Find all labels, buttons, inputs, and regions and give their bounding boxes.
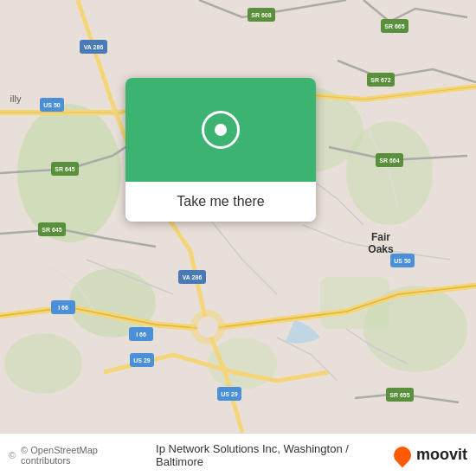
svg-text:SR 672: SR 672 bbox=[370, 77, 390, 83]
svg-point-7 bbox=[208, 338, 277, 389]
svg-text:I 66: I 66 bbox=[136, 331, 146, 338]
svg-text:SR 645: SR 645 bbox=[42, 227, 61, 233]
svg-text:SR 655: SR 655 bbox=[389, 392, 409, 398]
location-pin-icon bbox=[202, 111, 240, 149]
svg-text:I 66: I 66 bbox=[58, 305, 68, 311]
svg-text:SR 665: SR 665 bbox=[384, 23, 404, 29]
osm-attribution: © OpenStreetMap contributors bbox=[21, 445, 147, 466]
svg-point-6 bbox=[4, 333, 82, 394]
bottom-bar: © © OpenStreetMap contributors Ip Networ… bbox=[0, 433, 476, 476]
moovit-pin-icon bbox=[390, 442, 415, 466]
map-container: SR 608 SR 665 VA 286 SR 672 US 50 SR 645… bbox=[0, 0, 476, 433]
svg-text:SR 645: SR 645 bbox=[55, 166, 74, 172]
svg-point-10 bbox=[197, 317, 218, 338]
location-pin-inner bbox=[215, 124, 227, 136]
take-me-there-button[interactable]: Take me there bbox=[125, 182, 316, 222]
copyright-icon: © bbox=[9, 450, 16, 460]
moovit-brand-text: moovit bbox=[416, 446, 467, 464]
bottom-left-info: © © OpenStreetMap contributors Ip Networ… bbox=[9, 442, 394, 468]
svg-text:Oaks: Oaks bbox=[368, 243, 394, 255]
bottom-right-moovit: moovit bbox=[394, 446, 467, 464]
svg-text:illy: illy bbox=[10, 93, 22, 104]
svg-text:SR 664: SR 664 bbox=[379, 158, 399, 164]
svg-text:US 50: US 50 bbox=[43, 102, 61, 108]
svg-text:US 29: US 29 bbox=[133, 357, 151, 363]
svg-text:VA 286: VA 286 bbox=[84, 44, 104, 50]
svg-text:Fair: Fair bbox=[371, 231, 390, 243]
svg-text:US 29: US 29 bbox=[221, 391, 238, 397]
svg-text:VA 286: VA 286 bbox=[183, 274, 203, 280]
svg-text:US 50: US 50 bbox=[394, 258, 411, 264]
svg-text:SR 608: SR 608 bbox=[251, 12, 271, 18]
popup-card: Take me there bbox=[125, 78, 316, 222]
location-title: Ip Network Solutions Inc, Washington / B… bbox=[156, 442, 394, 468]
popup-top-area bbox=[125, 78, 316, 182]
